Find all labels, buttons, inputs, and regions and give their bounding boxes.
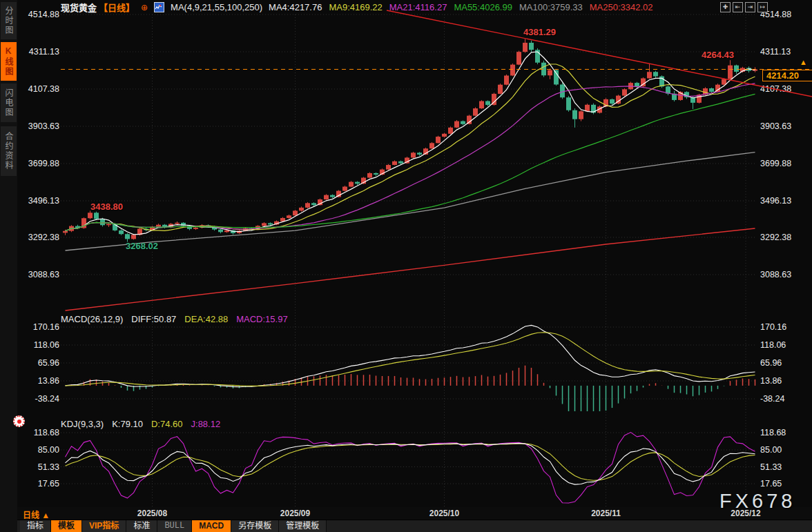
candle-body <box>299 208 304 210</box>
x-axis-row: 日线 ▲ 2025/082025/092025/102025/112025/12 <box>17 507 812 520</box>
current-price-tag: 4214.20 <box>762 70 812 81</box>
sidebar-tab-label: 闪电图 <box>3 88 14 117</box>
candle-body <box>548 70 552 76</box>
y-axis-label: 3496.13 <box>760 196 791 206</box>
annotation-july-low: 3268.02 <box>126 241 158 251</box>
symbol-name: 现货黄金 <box>61 1 97 14</box>
ma-value-label: MA250:3342.02 <box>590 2 653 12</box>
candle-body <box>305 203 310 208</box>
y-axis-label: 65.96 <box>760 358 782 368</box>
candle-body <box>498 85 503 94</box>
candle-body <box>106 224 111 226</box>
macd-params-label: MACD(26,12,9) <box>61 314 123 324</box>
y-axis-label: 3699.88 <box>28 159 59 168</box>
y-axis-label: 4311.13 <box>760 47 791 57</box>
toolbar-button-MACD[interactable]: MACD <box>192 520 231 532</box>
y-axis-label: -38.24 <box>35 394 59 404</box>
sidebar-tab-intraday-chart[interactable]: 分时图 <box>1 2 17 39</box>
y-axis-label: 3292.38 <box>760 233 791 242</box>
y-axis-label: 3903.63 <box>760 121 791 131</box>
scale-left-icon[interactable]: ⇤ <box>733 2 743 12</box>
candle-body <box>156 225 161 227</box>
ma-line <box>66 94 755 230</box>
candle-body <box>461 121 465 124</box>
y-axis-label: 4514.88 <box>28 10 59 19</box>
jump-to-latest-icon[interactable]: ▲ <box>800 58 807 66</box>
candle-body <box>585 105 590 112</box>
trendline[interactable] <box>387 10 812 97</box>
y-axis-label: 3088.63 <box>760 270 791 279</box>
sidebar-tab-lightning-chart[interactable]: 闪电图 <box>1 83 17 122</box>
candle-body <box>467 116 472 124</box>
candle-body <box>349 182 354 187</box>
y-axis-label: 3903.63 <box>28 121 59 131</box>
toolbar-button-指标[interactable]: 指标 <box>20 520 51 532</box>
candle-body <box>510 65 515 76</box>
k-value: K:79.10 <box>112 419 143 429</box>
x-axis-label: 2025/08 <box>128 509 177 518</box>
sidebar-tab-label: 合约资料 <box>3 132 14 170</box>
candle-body <box>280 218 285 221</box>
candle-body <box>63 231 68 233</box>
candle-body <box>392 161 397 165</box>
diff-value: DIFF:50.87 <box>131 314 176 324</box>
ma-line <box>66 152 755 250</box>
macd-pane-title: MACD(26,12,9) DIFF:50.87 DEA:42.88 MACD:… <box>61 314 288 324</box>
toolbar-button-标准[interactable]: 标准 <box>126 520 157 532</box>
toolbar-button-另存模板[interactable]: 另存模板 <box>231 520 279 532</box>
candle-body <box>566 97 571 110</box>
candle-body <box>386 165 391 170</box>
candle-body <box>330 195 335 197</box>
candle-body <box>572 110 577 119</box>
candle-body <box>268 223 273 224</box>
ma-value-label: MA4:4217.76 <box>269 2 322 12</box>
candle-body <box>125 234 130 239</box>
j-line <box>66 433 755 503</box>
scale-right-icon[interactable]: ⇥ <box>745 2 755 12</box>
candle-body <box>554 70 559 85</box>
candle-body <box>722 79 726 85</box>
pan-icon[interactable]: ✚ <box>720 2 731 12</box>
timeframe-selector[interactable]: 日线 ▲ <box>23 509 50 520</box>
kdj-pane-title: KDJ(9,3,3) K:79.10 D:74.60 J:88.12 <box>61 419 220 429</box>
chart-header: 现货黄金 【日线】 ⊕ MA(4,9,21,55,100,250) MA4:42… <box>61 1 660 13</box>
toolbar-button-管理模板[interactable]: 管理模板 <box>279 520 327 532</box>
annotation-recent-high: 4264.43 <box>702 50 734 60</box>
candle-body <box>560 84 565 97</box>
y-axis-label: 51.33 <box>760 462 782 472</box>
candle-body <box>374 173 378 175</box>
shift-right-icon[interactable]: ↦ <box>757 2 768 12</box>
candle-body <box>175 223 180 224</box>
candle-body <box>218 230 223 233</box>
candle-body <box>709 88 714 92</box>
sidebar-tab-kline-chart[interactable]: K线图 <box>1 42 17 81</box>
x-axis-label: 2025/11 <box>581 509 631 518</box>
toolbar-button-模板[interactable]: 模板 <box>51 520 82 532</box>
candle-body <box>454 121 459 128</box>
j-value: J:88.12 <box>191 419 221 429</box>
candle-body <box>131 235 136 239</box>
ma-value-label: MA9:4169.22 <box>329 2 382 12</box>
circled-plus-icon[interactable]: ⊕ <box>141 3 148 12</box>
ma-value-label: MA21:4116.27 <box>389 2 447 12</box>
candle-body <box>417 152 422 155</box>
candle-body <box>311 203 316 205</box>
sidebar-tab-label: 分时图 <box>3 6 14 35</box>
candle-body <box>94 213 99 219</box>
candle-body <box>448 128 453 134</box>
candle-body <box>728 66 733 79</box>
candle-body <box>324 195 329 199</box>
y-axis-label: 51.33 <box>38 462 59 472</box>
y-axis-label: 170.16 <box>760 322 786 332</box>
sidebar-tab-contract-info[interactable]: 合约资料 <box>1 126 17 176</box>
candle-body <box>287 215 291 218</box>
toolbar-button-BULL[interactable]: BULL <box>157 520 192 532</box>
watermark: FX678 <box>719 490 795 513</box>
y-axis-label: 85.00 <box>38 445 59 455</box>
period-badge[interactable]: 【日线】 <box>99 1 135 14</box>
toolbar-button-VIP指标[interactable]: VIP指标 <box>82 520 126 532</box>
candle-body <box>436 137 441 143</box>
candle-body <box>429 143 434 148</box>
candle-body <box>504 76 509 85</box>
price-chart-canvas[interactable]: 4514.884514.884311.134311.134107.384107.… <box>0 0 812 532</box>
